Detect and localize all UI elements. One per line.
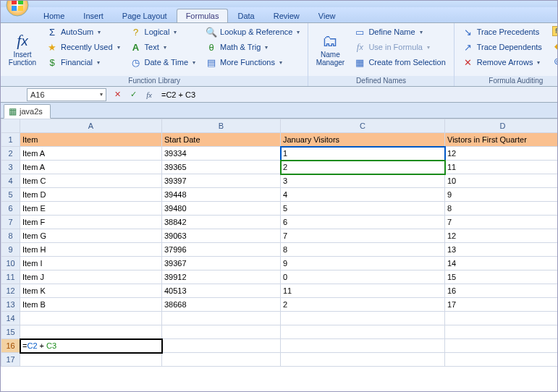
row-header[interactable]: 9 <box>1 243 20 257</box>
cell[interactable]: 12 <box>445 147 558 161</box>
cell[interactable] <box>162 353 281 367</box>
logical-button[interactable]: ?Logical▾ <box>127 25 200 39</box>
chevron-down-icon[interactable]: ▾ <box>100 91 103 98</box>
cell[interactable]: 37996 <box>162 243 281 257</box>
error-check-button[interactable]: ◆▾ <box>550 38 558 53</box>
cell[interactable] <box>162 339 281 353</box>
remove-arrows-button[interactable]: ✕Remove Arrows▾ <box>459 55 546 69</box>
cell[interactable]: Item F <box>20 216 162 229</box>
cell[interactable]: 38842 <box>162 216 281 229</box>
cell[interactable] <box>162 312 281 325</box>
cell[interactable]: 3 <box>281 174 445 188</box>
cell[interactable]: 16 <box>445 284 558 298</box>
row-header[interactable]: 15 <box>1 325 20 339</box>
tab-home[interactable]: Home <box>34 9 74 22</box>
row-header[interactable]: 13 <box>1 298 20 312</box>
cell[interactable]: 11 <box>281 284 445 298</box>
spreadsheet-grid[interactable]: A B C D 1 Item Start Date January Visito… <box>1 119 557 391</box>
cell[interactable]: 39480 <box>162 202 281 216</box>
name-manager-button[interactable]: 🗂 Name Manager <box>313 25 347 74</box>
active-cell[interactable]: =C2 + C3 <box>20 339 162 353</box>
cell[interactable] <box>281 312 445 325</box>
cell[interactable] <box>445 312 558 325</box>
cell[interactable]: 39334 <box>162 147 281 161</box>
trace-dependents-button[interactable]: ↗Trace Dependents <box>459 40 546 54</box>
cell[interactable]: 39912 <box>162 270 281 284</box>
cancel-formula-button[interactable]: ✕ <box>111 88 124 101</box>
cell[interactable]: Item <box>20 133 162 147</box>
row-header[interactable]: 5 <box>1 188 20 202</box>
cell[interactable]: Item J <box>20 270 162 284</box>
cell[interactable]: Item D <box>20 188 162 202</box>
cell[interactable]: 39063 <box>162 229 281 243</box>
cell[interactable] <box>20 325 162 339</box>
cell[interactable]: 39365 <box>162 161 281 174</box>
row-header[interactable]: 3 <box>1 161 20 174</box>
row-header[interactable]: 14 <box>1 312 20 325</box>
cell[interactable]: Item A <box>20 161 162 174</box>
autosum-button[interactable]: ΣAutoSum▾ <box>43 25 124 39</box>
cell[interactable] <box>281 339 445 353</box>
cell[interactable]: 14 <box>445 257 558 270</box>
cell[interactable]: Vistors in First Quarter <box>445 133 558 147</box>
tab-data[interactable]: Data <box>228 9 263 22</box>
evaluate-button[interactable]: ⊚ <box>550 54 558 68</box>
cell[interactable]: 39367 <box>162 257 281 270</box>
cell[interactable]: 6 <box>281 216 445 229</box>
text-button[interactable]: AText▾ <box>127 40 200 54</box>
cell[interactable]: 8 <box>281 243 445 257</box>
cell[interactable]: 13 <box>445 243 558 257</box>
row-header[interactable]: 6 <box>1 202 20 216</box>
select-all-corner[interactable] <box>1 119 20 133</box>
cell[interactable]: Item B <box>20 298 162 312</box>
cell[interactable] <box>281 325 445 339</box>
create-from-selection-button[interactable]: ▦Create from Selection <box>350 55 449 69</box>
row-header[interactable]: 11 <box>1 270 20 284</box>
cell[interactable] <box>281 353 445 367</box>
use-in-formula-button[interactable]: fxUse in Formula▾ <box>350 40 449 54</box>
cell[interactable] <box>162 325 281 339</box>
mathtrig-button[interactable]: θMath & Trig▾ <box>202 40 303 54</box>
cell[interactable]: 12 <box>445 229 558 243</box>
datetime-button[interactable]: ◷Date & Time▾ <box>127 55 200 69</box>
tab-insert[interactable]: Insert <box>74 9 113 22</box>
row-header[interactable]: 12 <box>1 284 20 298</box>
cell[interactable]: Item C <box>20 174 162 188</box>
workbook-tab[interactable]: ▦ java2s <box>4 104 51 119</box>
recently-used-button[interactable]: ★Recently Used▾ <box>43 40 124 54</box>
insert-function-button[interactable]: fx Insert Function <box>5 25 40 74</box>
row-header[interactable]: 8 <box>1 229 20 243</box>
lookup-button[interactable]: 🔍Lookup & Reference▾ <box>202 25 303 39</box>
formula-input[interactable] <box>158 88 557 101</box>
tab-formulas[interactable]: Formulas <box>177 9 229 22</box>
cell[interactable]: 9 <box>445 188 558 202</box>
tab-pagelayout[interactable]: Page Layout <box>113 9 177 22</box>
fx-button[interactable]: fx <box>143 88 156 101</box>
row-header[interactable]: 17 <box>1 353 20 367</box>
cell[interactable]: 2 <box>281 161 445 174</box>
more-functions-button[interactable]: ▤More Functions▾ <box>202 55 303 69</box>
cell[interactable]: 5 <box>281 202 445 216</box>
cell[interactable]: 39397 <box>162 174 281 188</box>
col-header-B[interactable]: B <box>162 119 281 133</box>
row-header[interactable]: 1 <box>1 133 20 147</box>
col-header-D[interactable]: D <box>445 119 558 133</box>
trace-precedents-button[interactable]: ↘Trace Precedents <box>459 25 546 39</box>
row-header[interactable]: 7 <box>1 216 20 229</box>
col-header-A[interactable]: A <box>20 119 162 133</box>
cell[interactable]: Item I <box>20 257 162 270</box>
cell[interactable]: 2 <box>281 298 445 312</box>
cell[interactable]: January Visitors <box>281 133 445 147</box>
tab-review[interactable]: Review <box>264 9 309 22</box>
cell[interactable]: 7 <box>445 216 558 229</box>
cell[interactable]: 8 <box>445 202 558 216</box>
cell[interactable]: 10 <box>445 174 558 188</box>
col-header-C[interactable]: C <box>281 119 445 133</box>
cell[interactable]: Item G <box>20 229 162 243</box>
office-button[interactable] <box>5 1 30 18</box>
row-header[interactable]: 16 <box>1 339 20 353</box>
tab-view[interactable]: View <box>309 9 345 22</box>
cell[interactable]: 17 <box>445 298 558 312</box>
enter-formula-button[interactable]: ✓ <box>127 88 140 101</box>
cell[interactable]: 0 <box>281 270 445 284</box>
